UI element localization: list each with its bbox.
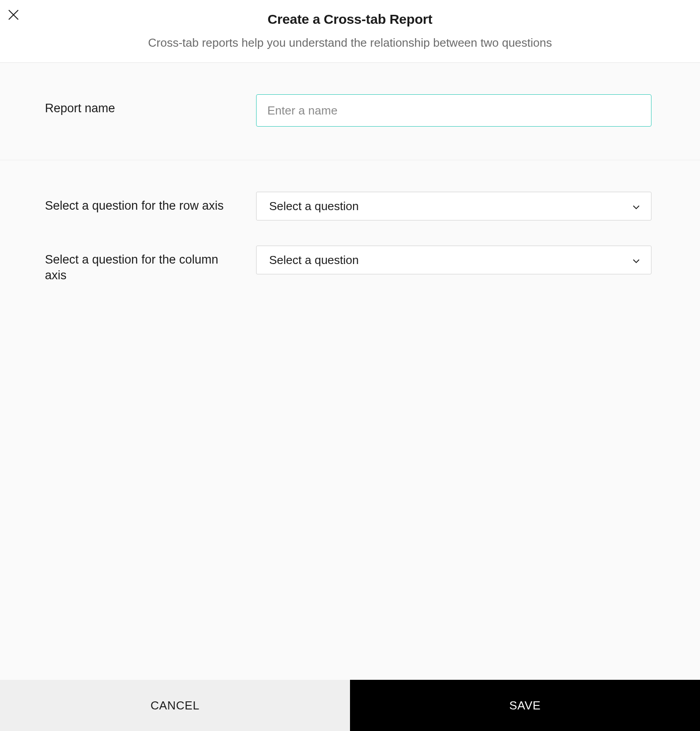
- row-axis-label: Select a question for the row axis: [45, 192, 238, 214]
- close-icon: [7, 9, 20, 22]
- report-name-input[interactable]: [256, 94, 651, 127]
- section-axis-selection: Select a question for the row axis Selec…: [0, 160, 700, 301]
- column-axis-select[interactable]: Select a question: [256, 246, 651, 274]
- chevron-down-icon: [631, 255, 641, 265]
- row-axis-select[interactable]: Select a question: [256, 192, 651, 220]
- row-axis-control: Select a question: [256, 192, 651, 220]
- column-axis-control: Select a question: [256, 246, 651, 274]
- field-row-report-name: Report name: [45, 94, 655, 127]
- column-axis-select-placeholder: Select a question: [269, 253, 359, 267]
- field-row-column-axis: Select a question for the column axis Se…: [45, 246, 655, 283]
- modal-header: Create a Cross-tab Report Cross-tab repo…: [0, 0, 700, 63]
- modal-footer: CANCEL SAVE: [0, 680, 700, 731]
- cancel-button[interactable]: CANCEL: [0, 680, 350, 731]
- modal-title: Create a Cross-tab Report: [0, 12, 700, 27]
- report-name-control: [256, 94, 651, 127]
- section-report-name: Report name: [0, 63, 700, 160]
- save-button[interactable]: SAVE: [350, 680, 700, 731]
- modal-subtitle: Cross-tab reports help you understand th…: [0, 36, 700, 50]
- crosstab-report-modal: Create a Cross-tab Report Cross-tab repo…: [0, 0, 700, 731]
- column-axis-label: Select a question for the column axis: [45, 246, 238, 283]
- close-button[interactable]: [6, 8, 21, 22]
- chevron-down-icon: [631, 201, 641, 211]
- modal-body: Report name Select a question for the ro…: [0, 63, 700, 680]
- field-row-row-axis: Select a question for the row axis Selec…: [45, 192, 655, 220]
- row-axis-select-placeholder: Select a question: [269, 199, 359, 213]
- report-name-label: Report name: [45, 94, 238, 116]
